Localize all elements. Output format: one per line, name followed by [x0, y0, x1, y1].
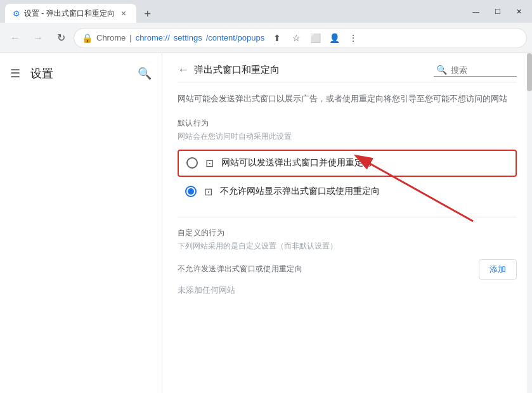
not-allowed-label: 不允许发送弹出式窗口或使用重定向: [178, 264, 302, 274]
menu-button[interactable]: ⋮: [344, 29, 362, 47]
back-arrow-button[interactable]: ←: [178, 63, 189, 77]
omnibox-separator: |: [129, 33, 131, 42]
block-option-label: 不允许网站显示弹出式窗口或使用重定向: [220, 186, 380, 197]
default-behavior-sublabel: 网站会在您访问时自动采用此设置: [178, 131, 517, 142]
new-tab-button[interactable]: +: [139, 5, 157, 23]
block-radio[interactable]: [185, 186, 197, 197]
sidebar-search-button[interactable]: 🔍: [138, 67, 152, 81]
tab-favicon-icon: ⚙: [13, 9, 20, 18]
default-behavior-label: 默认行为: [178, 118, 517, 129]
tab-close-button[interactable]: ×: [119, 7, 129, 20]
custom-label: 自定义的行为: [178, 228, 517, 238]
block-option-icon: ⊡: [204, 186, 212, 198]
maximize-button[interactable]: ☐: [490, 5, 506, 18]
content-area: ← 弹出式窗口和重定向 🔍 网站可能会发送弹出式窗口以展示广告，或者使用重定向将…: [162, 53, 532, 311]
not-allowed-header: 不允许发送弹出式窗口或使用重定向 添加: [178, 259, 517, 280]
back-button[interactable]: ←: [5, 28, 25, 48]
search-box-icon: 🔍: [436, 65, 447, 75]
settings-title: 设置: [30, 66, 53, 81]
omnibox[interactable]: 🔒 Chrome | chrome:// settings /content/p…: [74, 28, 527, 48]
scrollbar-track[interactable]: [527, 53, 532, 393]
bookmark-button[interactable]: ☆: [287, 29, 305, 47]
tab-strip: ⚙ 设置 - 弹出式窗口和重定向 × +: [5, 0, 467, 23]
main-content: ← 弹出式窗口和重定向 🔍 网站可能会发送弹出式窗口以展示广告，或者使用重定向将…: [162, 53, 532, 393]
profile-button[interactable]: 👤: [325, 29, 343, 47]
omnibox-actions: ⬆ ☆ ⬜ 👤 ⋮: [268, 29, 362, 47]
share-button[interactable]: ⬆: [268, 29, 286, 47]
allow-option-label: 网站可以发送弹出式窗口并使用重定向: [221, 157, 372, 169]
omnibox-url-path: settings: [174, 33, 202, 42]
omnibox-lock-icon: 🔒: [82, 33, 93, 43]
navbar: ← → ↻ 🔒 Chrome | chrome:// settings /con…: [0, 23, 532, 53]
page-title: 弹出式窗口和重定向: [194, 64, 280, 76]
tablet-mode-button[interactable]: ⬜: [306, 29, 324, 47]
forward-button[interactable]: →: [28, 28, 48, 48]
divider: [178, 217, 517, 217]
custom-sublabel: 下列网站采用的是自定义设置（而非默认设置）: [178, 241, 517, 252]
back-header: ← 弹出式窗口和重定向 🔍: [178, 53, 517, 82]
hamburger-menu-button[interactable]: ☰: [10, 67, 20, 81]
titlebar: ⚙ 设置 - 弹出式窗口和重定向 × + — ☐ ✕: [0, 0, 532, 23]
description-text: 网站可能会发送弹出式窗口以展示广告，或者使用重定向将您引导至您可能不想访问的网站: [178, 93, 517, 105]
no-sites-text: 未添加任何网站: [178, 285, 517, 296]
window-controls: — ☐ ✕: [467, 5, 527, 18]
allow-radio[interactable]: [186, 157, 198, 169]
allow-option-icon: ⊡: [205, 157, 214, 169]
omnibox-brand: Chrome: [96, 33, 126, 42]
tab-title: 设置 - 弹出式窗口和重定向: [24, 8, 115, 19]
search-input[interactable]: [451, 65, 514, 75]
add-button[interactable]: 添加: [479, 259, 517, 280]
settings-container: ☰ 设置 🔍 ← 弹出式窗口和重定向 🔍 网站可能会发送弹出式窗口以展示广告，或…: [0, 53, 532, 393]
sidebar: ☰ 设置 🔍: [0, 53, 162, 393]
omnibox-url-suffix: /content/popups: [206, 33, 265, 42]
sidebar-header: ☰ 设置 🔍: [0, 58, 162, 89]
active-tab[interactable]: ⚙ 设置 - 弹出式窗口和重定向 ×: [5, 4, 136, 23]
custom-section: 自定义的行为 下列网站采用的是自定义设置（而非默认设置） 不允许发送弹出式窗口或…: [178, 217, 517, 296]
minimize-button[interactable]: —: [467, 5, 484, 18]
block-option[interactable]: ⊡ 不允许网站显示弹出式窗口或使用重定向: [178, 179, 517, 204]
search-box[interactable]: 🔍: [434, 63, 517, 77]
omnibox-url-prefix: chrome://: [136, 33, 170, 42]
allow-option[interactable]: ⊡ 网站可以发送弹出式窗口并使用重定向: [178, 150, 517, 177]
scrollbar-thumb[interactable]: [527, 53, 532, 91]
refresh-button[interactable]: ↻: [51, 28, 71, 48]
window-close-button[interactable]: ✕: [511, 5, 527, 18]
